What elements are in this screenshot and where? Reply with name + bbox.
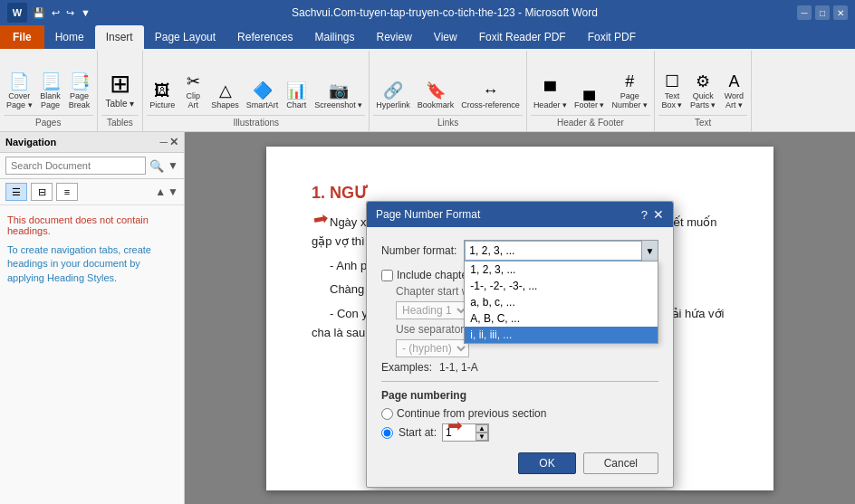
tab-view[interactable]: View [423, 25, 468, 49]
start-at-row: Start at: ▲ ▼ [381, 423, 658, 442]
number-format-label: Number format: [381, 244, 456, 257]
tab-mailings[interactable]: Mailings [303, 25, 365, 49]
nav-minimize-btn[interactable]: ─ [159, 136, 168, 148]
tab-foxit-reader-pdf[interactable]: Foxit Reader PDF [468, 25, 577, 49]
nav-search-close[interactable]: ▼ [168, 159, 178, 172]
format-option-4[interactable]: A, B, C, ... [465, 310, 658, 327]
pages-group-label: Pages [4, 115, 93, 129]
file-tab[interactable]: File [0, 25, 44, 49]
nav-view-pages[interactable]: ⊟ [31, 183, 53, 201]
screenshot-button[interactable]: 📷 Screenshot ▾ [312, 79, 365, 111]
chart-button[interactable]: 📊 Chart [283, 79, 310, 111]
nav-search-bar: 🔍 ▼ [0, 153, 184, 179]
cover-page-button[interactable]: 📄 CoverPage ▾ [4, 70, 35, 111]
chapter-start-select[interactable]: Heading 1 [396, 301, 469, 319]
format-option-3[interactable]: a, b, c, ... [465, 294, 658, 310]
chart-icon: 📊 [286, 81, 306, 100]
dialog-help-btn[interactable]: ? [641, 208, 648, 222]
save-qa-btn[interactable]: 💾 [31, 5, 47, 21]
maximize-btn[interactable]: □ [815, 5, 830, 20]
clip-art-icon: ✂ [187, 71, 200, 91]
ribbon-group-links: 🔗 Hyperlink 🔖 Bookmark ↔ Cross-reference… [370, 51, 527, 131]
dialog-body: Number format: 1, 2, 3, ... ▼ 1, 2, 3, .… [367, 227, 673, 487]
redo-qa-btn[interactable]: ↪ [64, 5, 76, 21]
format-option-2[interactable]: -1-, -2-, -3-, ... [465, 278, 658, 294]
page-break-button[interactable]: 📑 PageBreak [66, 70, 93, 111]
page-number-icon: # [625, 72, 634, 91]
navigation-panel: Navigation ─ ✕ 🔍 ▼ ☰ ⊟ ≡ ▲ ▼ This docume… [0, 132, 185, 504]
shapes-icon: △ [219, 81, 232, 100]
hyperlink-button[interactable]: 🔗 Hyperlink [373, 79, 413, 111]
examples-row: Examples: 1-1, 1-A [381, 361, 658, 374]
ok-button[interactable]: OK [518, 452, 575, 474]
tab-foxit-pdf[interactable]: Foxit PDF [577, 25, 647, 49]
table-button[interactable]: ⊞ Table ▾ [101, 69, 139, 111]
cross-reference-icon: ↔ [483, 81, 499, 100]
illustrations-group-label: Illustrations [147, 115, 365, 129]
tab-references[interactable]: References [226, 25, 303, 49]
blank-page-button[interactable]: 📃 BlankPage [37, 70, 64, 111]
separator-select[interactable]: - (hyphen) [396, 339, 469, 357]
spinner-down-btn[interactable]: ▼ [476, 433, 488, 441]
page-numbering-section: Page numbering [381, 389, 658, 402]
number-format-row: Number format: 1, 2, 3, ... ▼ 1, 2, 3, .… [381, 240, 658, 262]
dialog-title: Page Number Format [376, 208, 480, 221]
ribbon-group-pages: 📄 CoverPage ▾ 📃 BlankPage 📑 PageBreak Pa… [0, 51, 98, 131]
format-option-5[interactable]: i, ii, iii, ... [465, 327, 658, 343]
tab-insert[interactable]: Insert [95, 25, 144, 49]
close-btn[interactable]: ✕ [833, 5, 848, 20]
nav-close-btn[interactable]: ✕ [169, 136, 178, 148]
tab-review[interactable]: Review [365, 25, 422, 49]
bookmark-button[interactable]: 🔖 Bookmark [415, 79, 457, 111]
ribbon: 📄 CoverPage ▾ 📃 BlankPage 📑 PageBreak Pa… [0, 49, 855, 132]
arrow-to-format: ➡ [312, 207, 331, 232]
picture-button[interactable]: 🖼 Picture [147, 80, 178, 111]
ribbon-group-tables: ⊞ Table ▾ Tables [98, 51, 144, 131]
nav-up-arrow[interactable]: ▲ [155, 185, 166, 198]
dialog-divider [381, 381, 658, 382]
more-qa-btn[interactable]: ▼ [79, 5, 92, 20]
start-at-radio[interactable] [381, 427, 393, 439]
number-format-dropdown[interactable]: 1, 2, 3, ... ▼ 1, 2, 3, ... -1-, -2-, -3… [464, 240, 658, 262]
cross-reference-button[interactable]: ↔ Cross-reference [458, 80, 523, 111]
dropdown-arrow-icon: ▼ [641, 241, 658, 261]
tables-group-label: Tables [101, 115, 139, 129]
examples-label: Examples: [381, 361, 432, 374]
word-art-button[interactable]: A WordArt ▾ [720, 71, 747, 111]
minimize-btn[interactable]: ─ [797, 5, 812, 20]
number-format-display: 1, 2, 3, ... [465, 241, 658, 261]
undo-qa-btn[interactable]: ↩ [50, 5, 62, 21]
tab-page-layout[interactable]: Page Layout [144, 25, 226, 49]
page-number-format-dialog: Page Number Format ? ✕ Number format: 1,… [366, 201, 674, 488]
header-button[interactable]: ▀ Header ▾ [531, 80, 570, 111]
nav-view-results[interactable]: ≡ [56, 183, 78, 201]
smart-art-icon: 🔷 [253, 81, 273, 100]
cover-page-icon: 📄 [9, 71, 29, 91]
dialog-close-btn[interactable]: ✕ [653, 207, 664, 222]
tab-home[interactable]: Home [44, 25, 95, 49]
clip-art-button[interactable]: ✂ ClipArt [179, 70, 207, 111]
nav-view-headings[interactable]: ☰ [5, 183, 27, 201]
nav-header-buttons: ─ ✕ [159, 136, 178, 148]
title-bar: W 💾 ↩ ↪ ▼ Sachvui.Com-tuyen-tap-truyen-c… [0, 0, 855, 25]
document-page: 1. NGƯ Ngày xu chàng đang chết muốn g vợ… [266, 147, 773, 490]
continue-radio[interactable] [381, 408, 393, 420]
search-button[interactable]: 🔍 [149, 159, 164, 173]
picture-icon: 🖼 [154, 81, 170, 100]
shapes-button[interactable]: △ Shapes [208, 79, 242, 111]
spinner-up-btn[interactable]: ▲ [476, 424, 488, 433]
header-footer-buttons: ▀ Header ▾ ▄ Footer ▾ # PageNumber ▾ [531, 52, 650, 113]
search-input[interactable] [5, 157, 146, 175]
format-option-1[interactable]: 1, 2, 3, ... [465, 262, 658, 278]
smart-art-button[interactable]: 🔷 SmartArt [244, 79, 282, 111]
include-chapter-checkbox[interactable] [381, 270, 393, 281]
links-buttons: 🔗 Hyperlink 🔖 Bookmark ↔ Cross-reference [373, 52, 523, 113]
window-title: Sachvui.Com-tuyen-tap-truyen-co-tich-the… [92, 6, 797, 19]
nav-down-arrow[interactable]: ▼ [168, 185, 178, 198]
quick-parts-button[interactable]: ⚙ QuickParts ▾ [687, 70, 719, 111]
text-box-button[interactable]: ☐ TextBox ▾ [658, 70, 686, 111]
cancel-button[interactable]: Cancel [583, 452, 658, 474]
page-number-button[interactable]: # PageNumber ▾ [609, 71, 650, 111]
illustrations-buttons: 🖼 Picture ✂ ClipArt △ Shapes 🔷 SmartArt … [147, 52, 365, 113]
footer-button[interactable]: ▄ Footer ▾ [572, 80, 608, 111]
